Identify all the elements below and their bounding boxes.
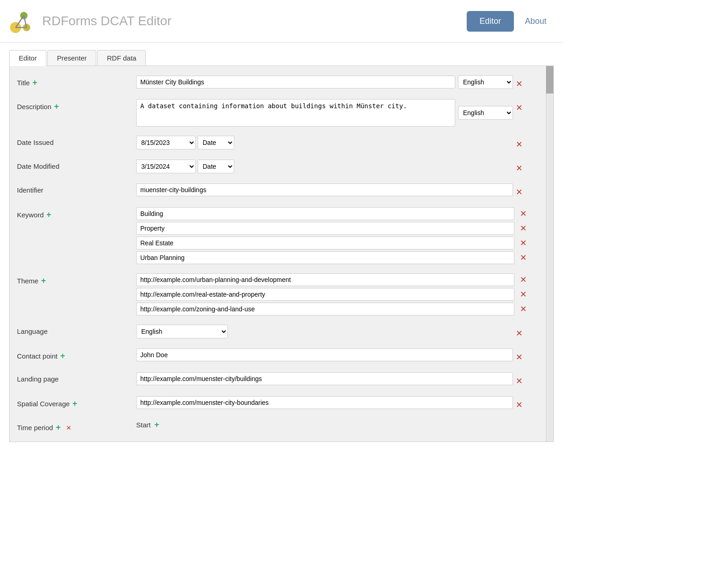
- description-content-row: A dataset containing information about b…: [136, 99, 513, 127]
- landing-page-row: Landing page ✕: [14, 368, 532, 392]
- contact-point-remove-wrap: ✕: [513, 348, 529, 363]
- title-label: Title +: [17, 75, 136, 88]
- language-remove-wrap: ✕: [513, 325, 529, 339]
- description-input[interactable]: A dataset containing information about b…: [136, 99, 455, 127]
- time-period-add-icon[interactable]: +: [56, 423, 61, 432]
- scrollbar-thumb[interactable]: [546, 66, 553, 94]
- nav-about-button[interactable]: About: [518, 11, 554, 32]
- theme-item-0: ✕: [136, 273, 529, 286]
- logo-area: RDForms DCAT Editor: [9, 7, 467, 35]
- keyword-input-2[interactable]: [136, 237, 514, 249]
- identifier-field-content: [136, 183, 513, 196]
- language-label: Language: [17, 325, 136, 335]
- contact-point-remove-button[interactable]: ✕: [513, 351, 525, 363]
- title-remove-button[interactable]: ✕: [513, 78, 525, 90]
- keyword-item-3: ✕: [136, 251, 529, 264]
- date-issued-select[interactable]: 8/15/2023: [136, 136, 196, 149]
- date-modified-input-wrap: 3/15/2024 Date: [136, 160, 513, 173]
- form-content: Title + English ✕ Description +: [10, 66, 546, 442]
- date-modified-type-select[interactable]: Date: [198, 160, 234, 173]
- date-modified-label: Date Modified: [17, 160, 136, 170]
- scrollbar-track[interactable]: [546, 66, 553, 442]
- identifier-label: Identifier: [17, 183, 136, 194]
- contact-point-row: Contact point + ✕: [14, 344, 532, 368]
- description-label: Description +: [17, 99, 136, 111]
- date-issued-row: Date Issued 8/15/2023 Date ✕: [14, 131, 532, 155]
- keyword-input-3[interactable]: [136, 251, 514, 264]
- spatial-coverage-row: Spatial Coverage + ✕: [14, 392, 532, 415]
- date-modified-remove-button[interactable]: ✕: [513, 162, 525, 174]
- theme-input-1[interactable]: [136, 288, 514, 301]
- title-row: Title + English ✕: [14, 71, 532, 94]
- time-period-start-label: Start: [136, 421, 151, 429]
- tab-rdf-data[interactable]: RDF data: [97, 50, 146, 66]
- description-row: Description + A dataset containing infor…: [14, 94, 532, 131]
- date-issued-remove-button[interactable]: ✕: [513, 138, 525, 150]
- date-issued-type-select[interactable]: Date: [198, 136, 234, 149]
- date-modified-select[interactable]: 3/15/2024: [136, 160, 196, 173]
- theme-item-1: ✕: [136, 288, 529, 301]
- theme-remove-0[interactable]: ✕: [517, 274, 529, 286]
- theme-input-2[interactable]: [136, 303, 514, 315]
- app-logo: [9, 7, 37, 35]
- keyword-remove-2[interactable]: ✕: [517, 237, 529, 249]
- keyword-input-1[interactable]: [136, 222, 514, 235]
- spatial-coverage-remove-button[interactable]: ✕: [513, 399, 525, 411]
- identifier-remove-button[interactable]: ✕: [513, 186, 525, 198]
- keyword-remove-3[interactable]: ✕: [517, 252, 529, 264]
- nav-editor-button[interactable]: Editor: [467, 11, 514, 32]
- contact-point-input[interactable]: [136, 348, 513, 361]
- theme-input-0[interactable]: [136, 273, 514, 286]
- description-remove-button[interactable]: ✕: [513, 102, 525, 114]
- spatial-coverage-field-content: [136, 396, 513, 409]
- theme-remove-2[interactable]: ✕: [517, 303, 529, 315]
- keyword-row: Keyword + ✕ ✕ ✕ ✕: [14, 203, 532, 269]
- theme-add-icon[interactable]: +: [41, 276, 46, 286]
- landing-page-label: Landing page: [17, 372, 136, 383]
- keyword-item-0: ✕: [136, 207, 529, 220]
- contact-point-add-icon[interactable]: +: [60, 351, 65, 361]
- time-period-start-add-icon[interactable]: +: [154, 420, 160, 430]
- language-remove-button[interactable]: ✕: [513, 327, 525, 339]
- tab-presenter[interactable]: Presenter: [47, 50, 96, 66]
- landing-page-input[interactable]: [136, 372, 513, 385]
- date-modified-row: Date Modified 3/15/2024 Date ✕: [14, 155, 532, 179]
- identifier-row: Identifier ✕: [14, 179, 532, 203]
- tabs-container: Editor Presenter RDF data: [0, 43, 563, 66]
- keyword-add-icon[interactable]: +: [46, 210, 51, 220]
- keyword-item-2: ✕: [136, 237, 529, 249]
- description-add-icon[interactable]: +: [54, 102, 59, 111]
- time-period-row: Time period + ✕ Start +: [14, 415, 532, 437]
- time-period-remove-button[interactable]: ✕: [63, 423, 74, 432]
- tab-editor[interactable]: Editor: [9, 50, 46, 66]
- keyword-input-0[interactable]: [136, 207, 514, 220]
- description-language-select[interactable]: English: [458, 106, 513, 120]
- title-language-select[interactable]: English: [458, 75, 513, 89]
- theme-item-2: ✕: [136, 303, 529, 315]
- theme-remove-1[interactable]: ✕: [517, 288, 529, 300]
- landing-page-remove-button[interactable]: ✕: [513, 375, 525, 387]
- identifier-remove-wrap: ✕: [513, 183, 529, 198]
- app-title: RDForms DCAT Editor: [42, 14, 171, 28]
- keyword-remove-1[interactable]: ✕: [517, 222, 529, 234]
- spatial-coverage-remove-wrap: ✕: [513, 396, 529, 411]
- title-input[interactable]: [136, 76, 455, 88]
- language-select[interactable]: English: [136, 325, 228, 338]
- title-field-content: English: [136, 75, 513, 89]
- contact-point-field-content: [136, 348, 513, 361]
- date-modified-remove-wrap: ✕: [513, 160, 529, 174]
- spatial-coverage-add-icon[interactable]: +: [72, 399, 77, 409]
- time-period-field-content: Start +: [136, 420, 529, 430]
- keyword-item-1: ✕: [136, 222, 529, 235]
- title-content-row: English: [136, 75, 513, 89]
- keyword-remove-0[interactable]: ✕: [517, 208, 529, 220]
- identifier-input[interactable]: [136, 183, 513, 196]
- title-remove-wrap: ✕: [513, 75, 529, 90]
- title-add-icon[interactable]: +: [33, 78, 38, 88]
- time-period-label: Time period + ✕: [17, 420, 136, 432]
- spatial-coverage-input[interactable]: [136, 396, 513, 409]
- theme-row: Theme + ✕ ✕ ✕: [14, 269, 532, 320]
- spatial-coverage-label: Spatial Coverage +: [17, 396, 136, 409]
- keyword-field-content: ✕ ✕ ✕ ✕: [136, 207, 529, 264]
- theme-field-content: ✕ ✕ ✕: [136, 273, 529, 315]
